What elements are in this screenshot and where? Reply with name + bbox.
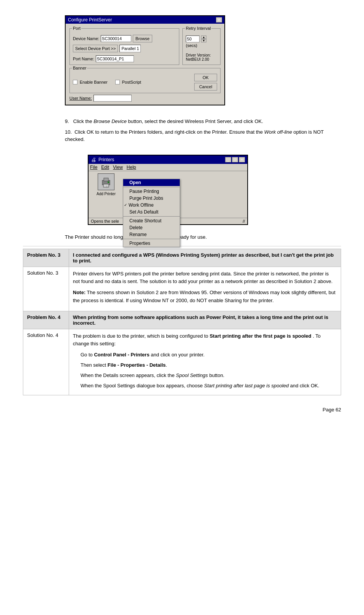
device-name-input[interactable] — [101, 35, 131, 42]
problem-solution-table: Problem No. 3 I connected and configured… — [23, 249, 341, 396]
printers-window-controls: _ □ × — [225, 157, 245, 162]
status-text: Opens the sele — [91, 219, 119, 223]
add-printer-label: Add Printer — [97, 192, 116, 196]
user-name-label: User Name: — [69, 96, 92, 100]
ctx-purge-print-jobs[interactable]: Purge Print Jobs — [123, 195, 180, 202]
dialog-close-btn[interactable]: × — [216, 17, 222, 23]
solution3-text: Printer drivers for WPS printers poll th… — [73, 270, 337, 286]
checkmark-icon: ✓ — [124, 203, 127, 207]
step-9: 9. Click the Browse Device button, selec… — [65, 118, 341, 125]
solution4-label: Solution No. 4 — [23, 329, 69, 395]
enable-banner-label: Enable Banner — [80, 80, 108, 84]
banner-group: Banner Enable Banner PostScript OK Cance… — [69, 68, 221, 93]
menu-edit[interactable]: Edit — [101, 165, 109, 170]
solution3-note: Note: The screens shown in Solution 2 ar… — [73, 289, 337, 305]
add-printer-area: Add Printer — [91, 173, 121, 215]
retry-unit: (secs) — [186, 43, 217, 48]
context-menu: Open Pause Printing Purge Print Jobs ✓ W… — [123, 179, 180, 247]
ctx-properties[interactable]: Properties — [123, 240, 180, 247]
dialog-title-bar: Configure PrintServer × — [66, 16, 224, 24]
solution4-step1: Go to Control Panel - Printers and click… — [81, 351, 337, 359]
solution4-step4: When the Spool Settings dialogue box app… — [81, 382, 337, 390]
svg-rect-1 — [104, 178, 108, 181]
step10-result: The Printer should no longer be grayed o… — [65, 234, 341, 240]
device-name-label: Device Name: — [73, 36, 99, 41]
problem3-label: Problem No. 3 — [23, 249, 69, 267]
svg-rect-2 — [103, 184, 109, 187]
port-name-input[interactable] — [96, 55, 134, 62]
enable-banner-checkbox[interactable] — [73, 80, 77, 84]
retry-interval-group: Retry Interval ▲ ▼ (secs) Driver Version… — [182, 28, 221, 65]
menu-help[interactable]: Help — [127, 165, 136, 170]
ctx-divider-3 — [123, 239, 180, 239]
port-name-label: Port Name: — [73, 57, 94, 61]
printers-title-bar: 🖨 Printers _ □ × — [89, 155, 247, 164]
close-window-button[interactable]: × — [239, 157, 245, 162]
port-group-label: Port — [72, 26, 81, 31]
ctx-work-offline[interactable]: ✓ Work Offline — [123, 202, 180, 209]
problem3-title: I connected and configured a WPS (Window… — [69, 249, 341, 267]
ctx-pause-printing[interactable]: Pause Printing — [123, 188, 180, 195]
postscript-checkbox[interactable] — [115, 80, 120, 84]
driver-version-label: Driver Version: — [186, 53, 217, 57]
maximize-button[interactable]: □ — [232, 157, 238, 162]
ctx-open[interactable]: Open — [123, 179, 180, 186]
dialog-title: Configure PrintServer — [68, 17, 112, 23]
solution4-step2: Then select File - Properties - Details. — [81, 361, 337, 369]
ctx-delete[interactable]: Delete — [123, 224, 180, 231]
ctx-rename[interactable]: Rename — [123, 231, 180, 238]
step10-num: 10. — [65, 129, 72, 135]
problem3-row: Problem No. 3 I connected and configured… — [23, 249, 341, 267]
problem4-label: Problem No. 4 — [23, 311, 69, 329]
driver-version-value: NetBEUI 2.00 — [186, 57, 217, 62]
solution4-step3: When the Details screen appears, click t… — [81, 372, 337, 380]
status-right: // — [243, 219, 245, 223]
ctx-set-as-default[interactable]: Set As Default — [123, 209, 180, 215]
problem4-title: When printing from some software applica… — [69, 311, 341, 329]
solution4-content: The problem is due to the printer, which… — [69, 329, 341, 395]
ctx-create-shortcut[interactable]: Create Shortcut — [123, 217, 180, 224]
minimize-button[interactable]: _ — [225, 157, 231, 162]
browse-button[interactable]: Browse — [133, 35, 152, 42]
select-device-port-button[interactable]: Select Device Port >> — [73, 45, 118, 52]
cancel-button[interactable]: Cancel — [194, 83, 217, 91]
postscript-label: PostScript — [122, 80, 141, 84]
solution4-row: Solution No. 4 The problem is due to the… — [23, 329, 341, 395]
printers-body: Add Printer HP LaserJet 5P/5MP PostScrip… — [89, 171, 247, 218]
ctx-divider-1 — [123, 187, 180, 187]
solution3-content: Printer drivers for WPS printers poll th… — [69, 267, 341, 311]
step9-num: 9. — [65, 118, 69, 124]
printers-icon: 🖨 — [91, 157, 96, 163]
step-10: 10. Click OK to return to the Printers f… — [65, 128, 341, 143]
solution3-row: Solution No. 3 Printer drivers for WPS p… — [23, 267, 341, 311]
menu-file[interactable]: File — [90, 165, 97, 170]
printers-dialog: 🖨 Printers _ □ × File Edit View Help — [88, 155, 248, 225]
ctx-divider-2 — [123, 216, 180, 217]
printers-menubar: File Edit View Help — [89, 164, 247, 171]
menu-view[interactable]: View — [113, 165, 123, 170]
parallel-label: Parallel 1 — [119, 45, 141, 52]
user-name-input[interactable] — [93, 95, 132, 102]
printers-title-label: Printers — [98, 157, 114, 162]
retry-spinner-up[interactable]: ▲ — [201, 36, 206, 39]
ok-button[interactable]: OK — [194, 74, 217, 81]
retry-group-label: Retry Interval — [185, 26, 211, 31]
svg-point-3 — [108, 181, 109, 183]
add-printer-icon[interactable] — [98, 173, 114, 190]
problem4-row: Problem No. 4 When printing from some so… — [23, 311, 341, 329]
step10-italic: Work off-line — [264, 129, 292, 135]
banner-group-label: Banner — [72, 66, 87, 70]
step9-italic: Browse Device — [93, 118, 127, 124]
retry-spinner-down[interactable]: ▼ — [201, 39, 206, 42]
retry-value-input[interactable] — [186, 36, 200, 42]
configure-printserver-dialog: Configure PrintServer × Port Device Name… — [65, 15, 225, 105]
page-number: Page 62 — [23, 407, 341, 413]
solution4-intro: The problem is due to the printer, which… — [73, 332, 337, 348]
add-printer-svg — [100, 176, 112, 188]
solution3-label: Solution No. 3 — [23, 267, 69, 311]
